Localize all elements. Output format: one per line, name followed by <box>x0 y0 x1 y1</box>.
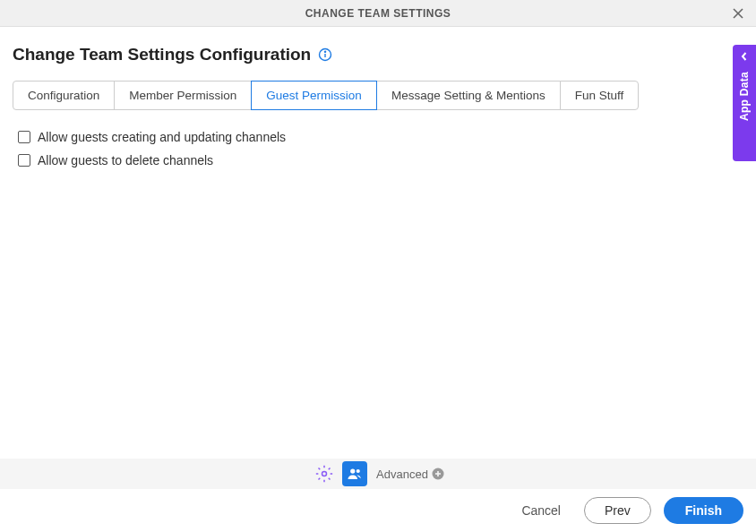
checkbox-label: Allow guests to delete channels <box>38 153 213 167</box>
info-icon[interactable] <box>318 47 332 62</box>
page-title: Change Team Settings Configuration <box>13 45 311 64</box>
gear-icon <box>315 465 333 483</box>
modal-header: CHANGE TEAM SETTINGS <box>0 0 756 27</box>
footer-actions: Cancel Prev Finish <box>0 489 756 532</box>
tab-list: Configuration Member Permission Guest Pe… <box>13 81 743 110</box>
svg-point-7 <box>357 469 360 473</box>
advanced-button[interactable]: Advanced <box>376 468 444 481</box>
chevron-left-icon <box>740 52 749 61</box>
tab-guest-permission[interactable]: Guest Permission <box>251 81 377 110</box>
content-area: Change Team Settings Configuration Confi… <box>0 27 756 167</box>
people-button[interactable] <box>342 461 367 486</box>
checkbox-row-allow-create-update: Allow guests creating and updating chann… <box>13 130 743 144</box>
svg-point-4 <box>325 51 326 52</box>
settings-gear-button[interactable] <box>312 461 337 486</box>
tab-message-setting[interactable]: Message Setting & Mentions <box>376 81 561 110</box>
tab-configuration[interactable]: Configuration <box>13 81 115 110</box>
advanced-label-text: Advanced <box>376 468 428 481</box>
checkbox-row-allow-delete: Allow guests to delete channels <box>13 153 743 167</box>
close-button[interactable] <box>731 6 745 21</box>
app-data-label: App Data <box>738 72 751 121</box>
cancel-button[interactable]: Cancel <box>511 498 571 523</box>
modal-title: CHANGE TEAM SETTINGS <box>305 7 451 20</box>
people-icon <box>347 466 363 482</box>
svg-point-6 <box>350 468 355 473</box>
app-data-panel-toggle[interactable]: App Data <box>733 45 756 161</box>
plus-circle-icon <box>432 468 444 480</box>
close-icon <box>732 7 744 20</box>
checkbox-label: Allow guests creating and updating chann… <box>38 130 286 144</box>
tab-member-permission[interactable]: Member Permission <box>114 81 252 110</box>
page-title-row: Change Team Settings Configuration <box>13 45 743 64</box>
checkbox-allow-create-update[interactable] <box>18 131 30 143</box>
svg-point-5 <box>322 472 327 476</box>
tab-fun-stuff[interactable]: Fun Stuff <box>560 81 640 110</box>
checkbox-allow-delete[interactable] <box>18 154 30 167</box>
finish-button[interactable]: Finish <box>664 497 743 524</box>
bottom-toolbar: Advanced <box>0 459 756 489</box>
prev-button[interactable]: Prev <box>584 497 651 524</box>
